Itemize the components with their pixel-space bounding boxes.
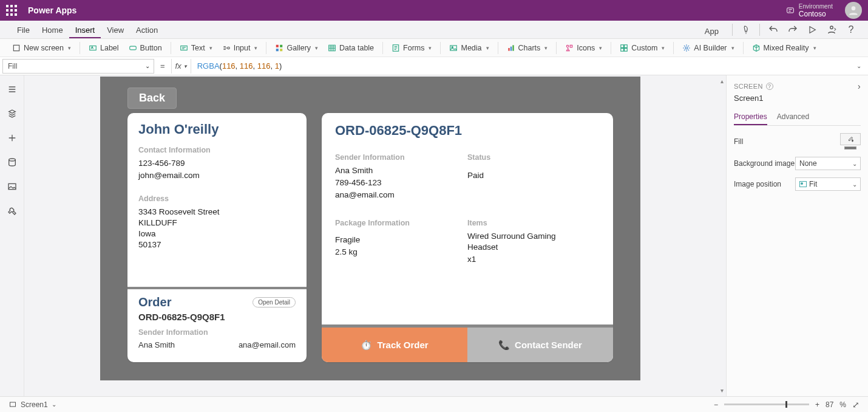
ribbon-media[interactable]: Media▾ xyxy=(446,42,492,54)
prop-fill-label: Fill xyxy=(734,137,840,146)
item-name: Wired Surround Gaming Headset xyxy=(467,231,565,253)
menu-action[interactable]: Action xyxy=(130,22,164,38)
ribbon-icons[interactable]: Icons▾ xyxy=(561,42,606,54)
address-city: KILLDUFF xyxy=(138,218,296,228)
order-mini-title: Order xyxy=(138,295,171,309)
ribbon-button[interactable]: Button xyxy=(125,42,166,54)
open-detail-button[interactable]: Open Detail xyxy=(253,297,296,307)
zoom-in-icon[interactable]: + xyxy=(815,400,819,409)
package-l2: 2.5 kg xyxy=(335,247,467,258)
add-icon[interactable] xyxy=(7,132,18,143)
ribbon-datatable-label: Data table xyxy=(339,44,374,52)
properties-panel: SCREEN ? › Screen1 Properties Advanced F… xyxy=(726,75,868,396)
ribbon-new-screen[interactable]: New screen▾ xyxy=(8,42,75,54)
prop-imgpos-select[interactable]: Fit⌄ xyxy=(795,177,861,191)
order-mini-card: Order Open Detail ORD-06825-Q9Q8F1 Sende… xyxy=(127,289,307,362)
contact-sender-button[interactable]: 📞 Contact Sender xyxy=(467,328,613,362)
customer-email: john@email.com xyxy=(138,170,296,181)
scroll-up-icon[interactable]: ▴ xyxy=(721,78,724,84)
media-icon xyxy=(449,44,458,52)
svg-point-26 xyxy=(8,159,15,161)
menu-insert[interactable]: Insert xyxy=(69,22,101,38)
environment-value: Contoso xyxy=(799,10,833,18)
prop-bg-select[interactable]: None⌄ xyxy=(795,157,861,170)
ribbon-aibuilder[interactable]: AI Builder▾ xyxy=(679,42,737,54)
tools-icon[interactable] xyxy=(7,205,18,216)
svg-rect-28 xyxy=(10,402,16,407)
ribbon-gallery-label: Gallery xyxy=(287,44,311,52)
media-rail-icon[interactable] xyxy=(7,181,18,192)
ribbon-mixedreality[interactable]: Mixed Reality▾ xyxy=(748,42,820,54)
help-icon[interactable]: ? xyxy=(845,24,857,36)
ribbon-label[interactable]: Label xyxy=(85,42,123,54)
svg-rect-18 xyxy=(512,45,514,50)
menu-file[interactable]: File xyxy=(11,22,36,38)
app-canvas[interactable]: Back John O'reilly Contact Information 1… xyxy=(100,77,640,380)
ribbon-forms[interactable]: Forms▾ xyxy=(388,42,435,54)
menu-app[interactable]: App xyxy=(699,23,725,36)
menu-view[interactable]: View xyxy=(101,22,130,38)
ribbon-charts[interactable]: Charts▾ xyxy=(503,42,552,54)
undo-icon[interactable] xyxy=(767,24,779,36)
order-mini-number: ORD-06825-Q9Q8F1 xyxy=(138,312,296,322)
tab-advanced[interactable]: Advanced xyxy=(777,112,809,125)
tree-view-icon[interactable] xyxy=(7,108,18,119)
contact-sender-label: Contact Sender xyxy=(515,340,582,350)
screen-icon xyxy=(8,401,17,408)
order-mini-sender-heading: Sender Information xyxy=(138,328,296,337)
insert-ribbon: New screen▾ Label Button Text▾ Input▾ Ga… xyxy=(0,39,868,57)
scroll-down-icon[interactable]: ▾ xyxy=(721,387,724,394)
fill-color-button[interactable] xyxy=(840,133,861,145)
environment-picker[interactable]: Environment Contoso xyxy=(785,2,833,18)
aibuilder-icon xyxy=(682,44,691,52)
ribbon-custom-label: Custom xyxy=(631,44,657,52)
data-icon[interactable] xyxy=(7,157,18,168)
play-icon[interactable] xyxy=(806,24,818,36)
prop-imgpos-label: Image position xyxy=(734,180,795,188)
back-button[interactable]: Back xyxy=(127,88,177,109)
custom-icon xyxy=(620,44,628,52)
menu-home[interactable]: Home xyxy=(36,22,69,38)
app-launcher-icon[interactable] xyxy=(6,5,17,16)
ribbon-custom[interactable]: Custom▾ xyxy=(616,42,668,54)
screen-selector[interactable]: Screen1 ⌄ xyxy=(8,400,56,409)
fx-button[interactable]: fx▾ xyxy=(171,59,191,74)
icons-icon xyxy=(565,44,574,52)
track-order-label: Track Order xyxy=(377,340,428,350)
label-icon xyxy=(89,44,97,52)
track-order-button[interactable]: ⏱️ Track Order xyxy=(322,328,467,362)
ribbon-text[interactable]: Text▾ xyxy=(176,42,216,54)
redo-icon[interactable] xyxy=(787,24,799,36)
formula-expand-icon[interactable]: ⌄ xyxy=(850,63,868,69)
sender-name: Ana Smith xyxy=(335,165,467,176)
ribbon-media-label: Media xyxy=(461,44,481,52)
share-icon[interactable] xyxy=(826,24,838,36)
environment-icon xyxy=(785,5,795,15)
zoom-out-icon[interactable]: − xyxy=(714,400,718,409)
canvas-area[interactable]: ▴ ▾ Back John O'reilly Contact Informati… xyxy=(24,75,726,396)
prop-bg-label: Background image xyxy=(734,159,795,168)
zoom-value: 87 xyxy=(826,400,833,409)
svg-rect-22 xyxy=(625,44,628,47)
fit-to-window-icon[interactable]: ⤢ xyxy=(852,400,860,410)
ribbon-input[interactable]: Input▾ xyxy=(219,42,262,54)
address-state: Iowa xyxy=(138,228,296,239)
formula-input[interactable]: RGBA(116, 116, 116, 1) xyxy=(191,61,850,70)
checker-icon[interactable] xyxy=(740,24,752,36)
user-avatar[interactable] xyxy=(845,2,862,19)
help-badge-icon[interactable]: ? xyxy=(766,83,773,90)
formula-bar: Fill ⌄ = fx▾ RGBA(116, 116, 116, 1) ⌄ xyxy=(0,57,868,75)
svg-rect-24 xyxy=(625,48,628,51)
stopwatch-icon: ⏱️ xyxy=(361,340,372,351)
ribbon-gallery[interactable]: Gallery▾ xyxy=(271,42,322,54)
phone-icon: 📞 xyxy=(498,340,510,351)
tab-properties[interactable]: Properties xyxy=(734,112,767,125)
zoom-slider[interactable] xyxy=(724,403,809,405)
ribbon-icons-label: Icons xyxy=(577,44,595,52)
svg-rect-8 xyxy=(276,44,279,47)
ribbon-datatable[interactable]: Data table xyxy=(324,42,378,54)
hamburger-icon[interactable] xyxy=(7,84,18,95)
property-selector[interactable]: Fill ⌄ xyxy=(2,59,154,74)
svg-rect-12 xyxy=(329,45,336,50)
panel-collapse-icon[interactable]: › xyxy=(858,81,861,91)
